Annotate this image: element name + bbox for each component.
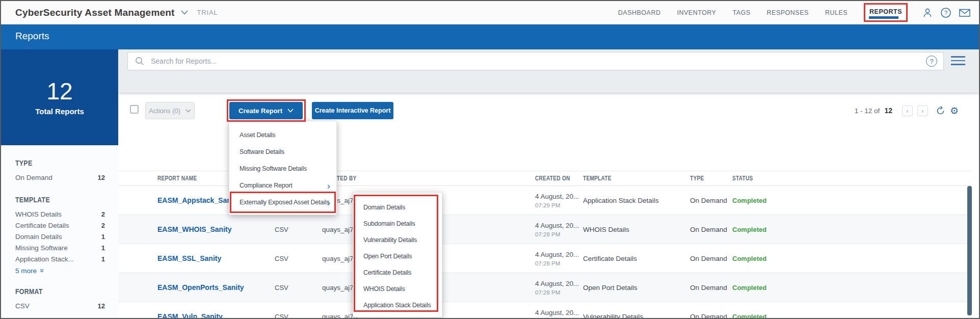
search-input[interactable]	[151, 57, 926, 65]
created-on-value: 4 August, 20...07:28 PM	[535, 222, 579, 237]
settings-gear-icon[interactable]: ⚙	[950, 106, 959, 116]
menu-item-externally-exposed-asset-details[interactable]: Externally Exposed Asset Details›	[229, 194, 336, 211]
show-more-link[interactable]: 5 more»	[15, 267, 105, 275]
submenu-item-whois-details[interactable]: WHOIS Details	[353, 281, 442, 297]
facet-item[interactable]: Application Stack...1	[15, 253, 105, 264]
created-time: 07:28 PM	[535, 289, 579, 296]
created-by-value: quays_aj70	[322, 226, 357, 233]
create-interactive-report-button[interactable]: Create Interactive Report	[312, 102, 393, 119]
refresh-icon[interactable]	[936, 106, 945, 116]
column-header-template[interactable]: TEMPLATE	[583, 175, 612, 182]
search-area: ?	[118, 49, 979, 93]
menu-item-compliance-report[interactable]: Compliance Report›	[229, 177, 336, 194]
submenu-item-application-stack-details[interactable]: Application Stack Details	[353, 297, 442, 313]
chevron-down-icon[interactable]	[181, 10, 188, 15]
search-help-icon[interactable]: ?	[926, 56, 937, 67]
submenu-item-domain-details[interactable]: Domain Details	[353, 199, 442, 216]
created-date: 4 August, 20...	[535, 193, 579, 200]
column-header-type[interactable]: TYPE	[690, 175, 704, 182]
submenu-item-open-port-details[interactable]: Open Port Details	[353, 248, 442, 264]
facet-item[interactable]: Certificate Details2	[15, 220, 105, 231]
hamburger-menu-icon[interactable]	[951, 56, 965, 65]
mail-icon[interactable]	[959, 7, 971, 18]
user-icon[interactable]	[922, 7, 933, 18]
create-report-label: Create Report	[239, 107, 282, 115]
facet-item[interactable]: On Demand12	[15, 172, 105, 183]
facet-item[interactable]: Domain Details1	[15, 231, 105, 242]
format-value: CSV	[275, 226, 288, 233]
nav-item-inventory[interactable]: INVENTORY	[677, 9, 716, 16]
app-title: CyberSecurity Asset Management	[15, 7, 175, 18]
create-report-button[interactable]: Create Report	[229, 102, 303, 119]
next-page-button[interactable]: ›	[917, 105, 928, 116]
app-switcher[interactable]: CyberSecurity Asset Management TRIAL	[15, 1, 218, 24]
format-value: CSV	[275, 284, 288, 291]
created-time: 07:28 PM	[535, 260, 579, 267]
menu-item-missing-software-details[interactable]: Missing Software Details	[229, 161, 336, 177]
select-all-checkbox[interactable]	[130, 105, 139, 114]
facet-section-template: TEMPLATEWHOIS Details2Certificate Detail…	[15, 195, 105, 275]
report-name-link[interactable]: EASM_Appstack_Sanity	[157, 196, 240, 204]
report-name-link[interactable]: EASM_Vuln_Sanity	[157, 312, 223, 318]
main-content: ? Actions (0) Create Report Create Inter…	[118, 49, 979, 318]
top-nav: DASHBOARDINVENTORYTAGSRESPONSESRULESREPO…	[618, 1, 908, 24]
report-name-link[interactable]: EASM_SSL_Sanity	[157, 254, 221, 262]
submenu-item-vulnerability-details[interactable]: Vulnerability Details	[353, 232, 442, 248]
type-value: On Demand	[690, 313, 727, 318]
nav-item-dashboard[interactable]: DASHBOARD	[618, 9, 661, 16]
created-time: 07:29 PM	[535, 202, 579, 208]
total-reports-count: 12	[46, 79, 72, 103]
facet-section-header: TYPE	[15, 158, 89, 167]
submenu-chevron-icon: ›	[327, 177, 330, 194]
top-icons: ?	[922, 1, 971, 24]
sidebar: 12 Total Reports TYPEOn Demand12TEMPLATE…	[1, 49, 118, 318]
menu-item-asset-details[interactable]: Asset Details	[229, 127, 336, 144]
column-header-status[interactable]: STATUS	[732, 175, 753, 182]
table-row: EASM_WHOIS_SanityCSVquays_aj704 August, …	[118, 215, 972, 244]
double-chevron-down-icon: »	[38, 269, 46, 273]
created-by-value: quays_aj70	[322, 255, 357, 262]
nav-item-rules[interactable]: RULES	[825, 9, 847, 16]
report-name-link[interactable]: EASM_OpenPorts_Sanity	[157, 283, 244, 291]
table-row: EASM_SSL_SanityCSVquays_aj704 August, 20…	[118, 244, 972, 273]
facet-name: On Demand	[15, 174, 52, 181]
trial-badge: TRIAL	[197, 9, 218, 16]
actions-button[interactable]: Actions (0)	[145, 102, 195, 119]
facet-name: Domain Details	[15, 233, 62, 241]
type-value: On Demand	[690, 284, 727, 291]
module-bar: Reports Reports Schedules	[1, 24, 979, 49]
submenu-item-subdomain-details[interactable]: Subdomain Details	[353, 216, 442, 232]
nav-item-responses[interactable]: RESPONSES	[767, 9, 809, 16]
column-header-report-name[interactable]: REPORT NAME	[157, 175, 197, 182]
chevron-down-icon	[186, 109, 191, 113]
create-report-menu: Asset DetailsSoftware DetailsMissing Sof…	[229, 121, 337, 215]
created-time: 07:28 PM	[535, 231, 579, 237]
nav-item-tags[interactable]: TAGS	[732, 9, 750, 16]
help-icon[interactable]: ?	[940, 7, 951, 18]
facet-item[interactable]: Missing Software1	[15, 242, 105, 253]
pagination-total: 12	[884, 107, 892, 115]
column-header-created-on[interactable]: CREATED ON	[535, 175, 570, 182]
facet-count: 1	[101, 233, 105, 241]
facet-name: Certificate Details	[15, 222, 69, 229]
facet-item[interactable]: CSV12	[15, 300, 105, 311]
prev-page-button[interactable]: ‹	[902, 105, 913, 116]
facet-item[interactable]: WHOIS Details2	[15, 208, 105, 220]
menu-item-software-details[interactable]: Software Details	[229, 144, 336, 161]
facet-name: Application Stack...	[15, 255, 74, 263]
submenu-item-certificate-details[interactable]: Certificate Details	[353, 264, 442, 281]
status-badge: Completed	[732, 284, 766, 291]
template-value: Open Port Details	[583, 284, 638, 291]
facet-section-header: TEMPLATE	[15, 195, 89, 204]
vertical-scrollbar[interactable]	[967, 186, 972, 315]
template-value: Vulnerability Details	[583, 313, 643, 318]
create-interactive-label: Create Interactive Report	[315, 107, 391, 114]
actions-label: Actions (0)	[149, 107, 180, 115]
nav-item-reports[interactable]: REPORTS	[864, 3, 908, 22]
created-date: 4 August, 20...	[535, 222, 579, 229]
facet-count: 12	[98, 302, 105, 310]
facet-count: 1	[101, 244, 105, 252]
report-name-link[interactable]: EASM_WHOIS_Sanity	[157, 225, 231, 233]
format-value: CSV	[275, 313, 288, 318]
facet-filters: TYPEOn Demand12TEMPLATEWHOIS Details2Cer…	[1, 145, 118, 311]
